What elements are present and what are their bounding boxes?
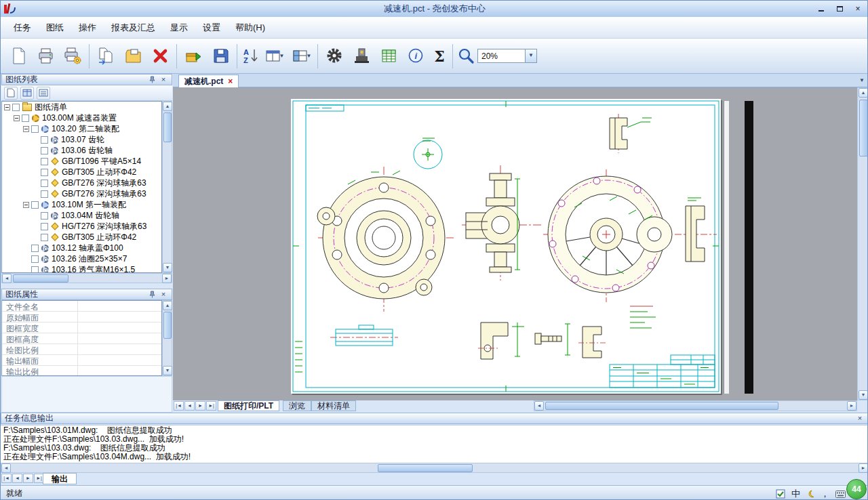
delete-button[interactable]	[146, 41, 174, 71]
tree-item-part[interactable]: 103.04M 齿轮轴	[2, 210, 161, 221]
first-tab-button[interactable]: |◄	[1, 474, 12, 483]
punctuation-toggle[interactable]: ，	[821, 488, 829, 500]
close-panel-icon[interactable]: ×	[159, 290, 168, 299]
report-table-button[interactable]	[375, 41, 402, 71]
tree-item-part[interactable]: 103.16 透气塞M16×1.5	[2, 264, 161, 273]
collapse-icon[interactable]	[23, 202, 29, 208]
scroll-down-icon[interactable]: ▼	[859, 390, 868, 400]
scroll-left-icon[interactable]: ◄	[1, 463, 11, 473]
checkbox[interactable]	[41, 169, 48, 176]
close-panel-icon[interactable]: ×	[159, 75, 168, 84]
fullwidth-moon-icon[interactable]	[806, 490, 814, 498]
tree-vscrollbar[interactable]: ▲ ▼	[162, 101, 172, 273]
close-panel-icon[interactable]: ×	[855, 414, 865, 423]
checkbox[interactable]	[41, 212, 48, 220]
checkbox[interactable]	[31, 201, 39, 209]
scroll-right-icon[interactable]: ►	[162, 274, 172, 283]
last-sheet-button[interactable]: ►|	[206, 401, 216, 411]
checkbox[interactable]	[41, 223, 48, 230]
scroll-down-icon[interactable]: ▼	[163, 263, 172, 272]
menu-report[interactable]: 报表及汇总	[104, 18, 163, 37]
print-button[interactable]	[32, 41, 59, 71]
menu-operation[interactable]: 操作	[71, 18, 104, 37]
tree-item-list-root[interactable]: 图纸清单	[2, 102, 161, 112]
checkbox[interactable]	[31, 255, 39, 263]
canvas-vscrollbar[interactable]: ▲ ▼	[857, 87, 868, 400]
collapse-icon[interactable]	[23, 126, 29, 132]
scroll-thumb[interactable]	[13, 274, 68, 283]
next-tab-button[interactable]: ►	[23, 474, 33, 483]
canvas-hscrollbar[interactable]: ◄ ►	[534, 400, 857, 411]
checkbox[interactable]	[41, 147, 48, 154]
scroll-up-icon[interactable]: ▲	[859, 88, 868, 98]
batch-extract-button[interactable]	[92, 41, 119, 71]
tree-item-part[interactable]: GB/T1096 平键A5×14	[2, 156, 161, 167]
menu-settings[interactable]: 设置	[195, 18, 228, 37]
scroll-up-icon[interactable]: ▲	[163, 102, 172, 111]
next-sheet-button[interactable]: ►	[195, 401, 205, 411]
scroll-right-icon[interactable]: ►	[847, 401, 856, 411]
scroll-left-icon[interactable]: ◄	[2, 274, 12, 283]
publish-button[interactable]	[180, 41, 207, 71]
new-document-button[interactable]	[5, 41, 32, 71]
tree-item-part[interactable]: 103.06 齿轮轴	[2, 145, 161, 156]
stamp-machine-button[interactable]	[348, 41, 375, 71]
zoom-combobox[interactable]: 20% ▼	[477, 49, 537, 63]
tab-browse[interactable]: 浏览	[283, 400, 311, 411]
scroll-thumb[interactable]	[859, 100, 868, 157]
checkbox[interactable]	[31, 245, 39, 252]
info-button[interactable]: i	[402, 41, 429, 71]
properties-vscrollbar[interactable]: ▲ ▼	[162, 300, 172, 376]
tree-item-part[interactable]: 103.07 齿轮	[2, 134, 161, 145]
tree-item-assembly[interactable]: 103.00M 减速器装置	[2, 112, 161, 123]
settings-gear-button[interactable]	[321, 41, 348, 71]
prev-sheet-button[interactable]: ◄	[184, 401, 195, 411]
tree-item-subassembly[interactable]: 103.10M 第一轴装配	[2, 199, 161, 210]
tree-hscrollbar[interactable]: ◄ ►	[1, 273, 172, 283]
checkbox[interactable]	[41, 234, 48, 241]
sort-az-button[interactable]: AZ	[240, 41, 260, 71]
checkbox[interactable]	[22, 114, 29, 122]
tab-bom[interactable]: 材料清单	[311, 400, 356, 411]
scroll-right-icon[interactable]: ►	[859, 463, 868, 473]
menu-task[interactable]: 任务	[6, 18, 39, 37]
scroll-thumb[interactable]	[378, 464, 473, 472]
tab-close-icon[interactable]: ×	[228, 77, 233, 86]
tree-item-part[interactable]: 103.12 轴承盖Φ100	[2, 243, 161, 253]
menu-drawing[interactable]: 图纸	[39, 18, 71, 37]
checkbox[interactable]	[31, 125, 39, 133]
output-hscrollbar[interactable]: ◄ ►	[1, 463, 868, 473]
minimize-button[interactable]	[813, 3, 829, 14]
list-new-button[interactable]	[4, 87, 18, 100]
collapse-icon[interactable]	[4, 104, 10, 110]
notification-badge[interactable]: 44	[846, 479, 867, 499]
tree-item-part[interactable]: GB/T305 止动环Φ42	[2, 167, 161, 178]
soft-keyboard-icon[interactable]	[835, 491, 846, 498]
ime-language-toggle[interactable]: 中	[791, 488, 800, 500]
document-tab[interactable]: 减速机.pct ×	[178, 75, 239, 87]
scroll-thumb[interactable]	[163, 112, 172, 142]
scroll-up-icon[interactable]: ▲	[163, 301, 172, 310]
display-mode-button[interactable]: ▼	[260, 41, 288, 71]
tree-item-part[interactable]: HG/T276 深沟球轴承63	[2, 221, 161, 232]
list-table-button[interactable]	[20, 87, 34, 100]
drawing-tree[interactable]: 图纸清单 103.00M 减速器装置 103.20 第二轴装配 103.07 齿…	[1, 101, 162, 273]
menu-help[interactable]: 帮助(H)	[228, 18, 273, 37]
maximize-button[interactable]	[831, 3, 848, 14]
scroll-down-icon[interactable]: ▼	[163, 366, 172, 375]
tree-item-part[interactable]: GB/T276 深沟球轴承63	[2, 178, 161, 188]
close-button[interactable]: ×	[850, 3, 866, 14]
tab-output[interactable]: 输出	[43, 473, 77, 484]
print-settings-button[interactable]	[59, 41, 86, 71]
pin-icon[interactable]	[147, 75, 157, 84]
load-folder-button[interactable]	[119, 41, 146, 71]
tree-item-part[interactable]: 103.26 油圈25×35×7	[2, 253, 161, 264]
tab-print-plt[interactable]: 图纸打印/PLT	[218, 400, 279, 411]
scroll-thumb[interactable]	[163, 312, 172, 339]
collapse-icon[interactable]	[14, 115, 20, 121]
summation-button[interactable]: Σ	[429, 41, 450, 71]
pin-icon[interactable]	[147, 290, 157, 299]
checkbox[interactable]	[41, 190, 48, 198]
align-mode-button[interactable]: ▼	[288, 41, 315, 71]
tree-item-part[interactable]: GB/T305 止动环Φ42	[2, 232, 161, 243]
